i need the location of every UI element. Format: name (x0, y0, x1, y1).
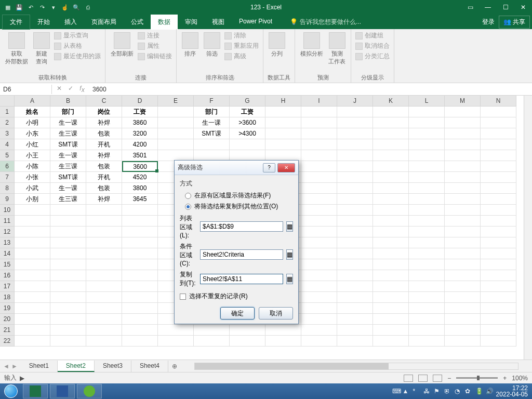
zoom-level[interactable]: 100% (512, 375, 528, 382)
cell[interactable] (445, 303, 481, 314)
cell[interactable] (481, 259, 516, 270)
ribbon-button[interactable]: 模拟分析 (299, 31, 324, 59)
cell[interactable] (15, 314, 50, 325)
row-header[interactable]: 2 (0, 117, 15, 128)
sheet-tab[interactable]: Sheet2 (58, 361, 95, 372)
cell[interactable] (158, 139, 194, 150)
cell[interactable] (481, 139, 516, 150)
cell[interactable] (445, 216, 481, 227)
cell[interactable] (337, 183, 373, 194)
cell[interactable]: 部门 (50, 107, 86, 117)
cell[interactable] (409, 248, 445, 259)
cell[interactable] (265, 107, 301, 117)
tray-clock[interactable]: 17:22 2022-04-05 (496, 385, 528, 397)
cell[interactable] (301, 281, 337, 292)
preview-icon[interactable]: 🔍 (73, 4, 80, 11)
cell[interactable] (373, 150, 409, 161)
sheet-tab[interactable]: Sheet1 (21, 361, 58, 372)
cell[interactable] (337, 325, 373, 336)
ribbon-tab-视图[interactable]: 视图 (205, 15, 232, 30)
cell[interactable] (373, 139, 409, 150)
cell[interactable] (337, 227, 373, 237)
cell[interactable]: 小王 (15, 150, 50, 161)
row-header[interactable]: 19 (0, 303, 15, 314)
row-header[interactable]: 14 (0, 248, 15, 259)
cell[interactable] (194, 336, 230, 347)
cell[interactable] (481, 161, 516, 172)
cell[interactable]: 生三课 (50, 161, 86, 172)
cell[interactable] (481, 303, 516, 314)
cell[interactable] (373, 172, 409, 183)
cell[interactable] (373, 303, 409, 314)
column-header[interactable]: D (122, 96, 158, 107)
ribbon-small-button[interactable]: 编辑链接 (138, 52, 172, 61)
cell[interactable] (481, 205, 516, 216)
cell[interactable] (373, 248, 409, 259)
ribbon-small-button[interactable]: 创建组 (355, 31, 390, 40)
cell[interactable] (481, 117, 516, 128)
cell[interactable] (158, 128, 194, 139)
sheet-tab[interactable]: Sheet4 (131, 361, 168, 372)
column-header[interactable]: K (373, 96, 409, 107)
ribbon-small-button[interactable]: 属性 (138, 42, 172, 50)
row-header[interactable]: 4 (0, 139, 15, 150)
cell[interactable] (50, 248, 86, 259)
criteria-range-picker-icon[interactable]: ▦ (286, 249, 293, 260)
name-box[interactable]: D6 (0, 85, 52, 94)
print-icon[interactable]: ⎙ (84, 4, 91, 11)
cell[interactable]: 小别 (15, 194, 50, 205)
ribbon-tab-Power Pivot[interactable]: Power Pivot (232, 15, 280, 30)
row-header[interactable]: 21 (0, 325, 15, 336)
cell[interactable]: 3860 (122, 117, 158, 128)
cell[interactable]: SMT课 (194, 128, 230, 139)
cell[interactable] (301, 259, 337, 270)
cell[interactable] (481, 183, 516, 194)
dialog-help-button[interactable]: ? (263, 163, 275, 172)
cell[interactable] (409, 183, 445, 194)
cell[interactable] (86, 303, 122, 314)
cell[interactable] (373, 216, 409, 227)
row-header[interactable]: 6 (0, 161, 15, 172)
cell[interactable]: 生一课 (50, 117, 86, 128)
cell[interactable] (122, 303, 158, 314)
cancel-button[interactable]: 取消 (259, 307, 293, 320)
select-all-corner[interactable] (0, 96, 15, 107)
cell[interactable] (337, 139, 373, 150)
cell[interactable] (86, 227, 122, 237)
row-header[interactable]: 10 (0, 205, 15, 216)
column-header[interactable]: E (158, 96, 194, 107)
cell[interactable] (409, 139, 445, 150)
cell[interactable] (265, 336, 301, 347)
cell[interactable] (301, 237, 337, 248)
cell[interactable] (86, 259, 122, 270)
ribbon-tab-插入[interactable]: 插入 (57, 15, 84, 30)
cell[interactable] (409, 303, 445, 314)
macro-record-icon[interactable]: ▶ (20, 375, 24, 382)
cell[interactable]: 4200 (122, 139, 158, 150)
cell[interactable] (409, 270, 445, 281)
cell[interactable] (50, 237, 86, 248)
page-layout-view-icon[interactable] (418, 375, 428, 382)
cell[interactable] (50, 336, 86, 347)
cell[interactable] (122, 336, 158, 347)
column-header[interactable]: A (15, 96, 50, 107)
cell[interactable] (373, 227, 409, 237)
ribbon-small-button[interactable]: 清除 (224, 31, 259, 40)
cell[interactable] (481, 107, 516, 117)
cell[interactable] (158, 336, 194, 347)
cell[interactable] (373, 117, 409, 128)
cell[interactable] (445, 117, 481, 128)
ribbon-small-button[interactable]: 分类汇总 (355, 52, 390, 61)
cell[interactable] (265, 139, 301, 150)
cell[interactable] (373, 205, 409, 216)
cell[interactable]: 小东 (15, 128, 50, 139)
row-header[interactable]: 8 (0, 183, 15, 194)
cell[interactable] (337, 150, 373, 161)
fx-icon[interactable]: fx (77, 85, 87, 94)
minimize-icon[interactable]: — (479, 0, 497, 15)
cell[interactable] (15, 303, 50, 314)
cell[interactable] (445, 336, 481, 347)
cell[interactable] (337, 270, 373, 281)
redo-icon[interactable]: ↷ (38, 4, 46, 11)
cell[interactable] (15, 325, 50, 336)
